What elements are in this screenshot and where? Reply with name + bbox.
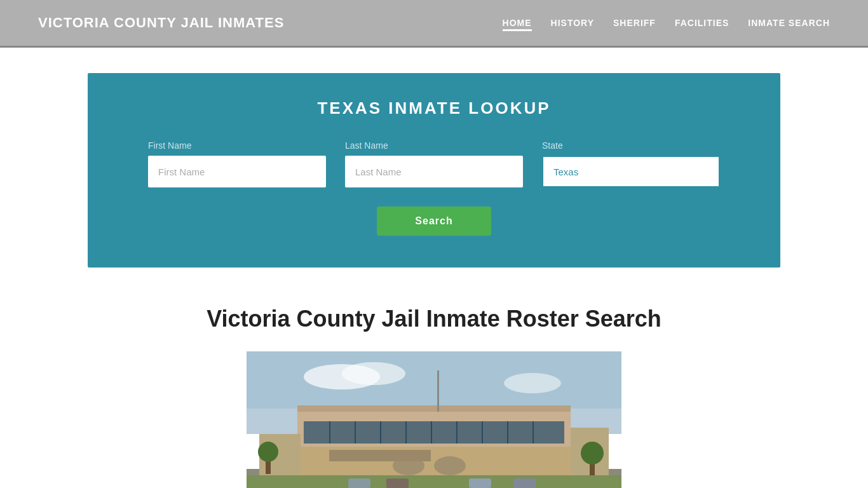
search-button[interactable]: Search [377,207,491,236]
svg-rect-17 [507,421,508,444]
svg-rect-33 [513,478,536,488]
last-name-input[interactable] [345,156,523,187]
site-title: VICTORIA COUNTY JAIL INMATES [38,15,284,31]
svg-rect-12 [380,421,381,444]
inmate-lookup-section: TEXAS INMATE LOOKUP First Name Last Name… [88,73,780,268]
svg-rect-16 [482,421,483,444]
main-nav: HOME HISTORY SHERIFF FACILITIES INMATE S… [503,17,830,29]
first-name-label: First Name [148,140,326,151]
svg-rect-31 [386,478,409,488]
state-group: State [542,140,720,187]
svg-rect-15 [456,421,458,444]
site-header: VICTORIA COUNTY JAIL INMATES HOME HISTOR… [0,0,868,48]
svg-rect-13 [405,421,407,444]
nav-link-inmate-search[interactable]: INMATE SEARCH [748,18,830,28]
nav-item-sheriff[interactable]: SHERIFF [613,17,656,29]
last-name-label: Last Name [345,140,523,151]
svg-rect-9 [304,421,564,444]
nav-item-home[interactable]: HOME [503,17,532,29]
nav-list: HOME HISTORY SHERIFF FACILITIES INMATE S… [503,17,830,29]
nav-link-facilities[interactable]: FACILITIES [675,18,729,28]
nav-item-history[interactable]: HISTORY [551,17,594,29]
last-name-group: Last Name [345,140,523,187]
svg-rect-30 [348,478,370,488]
svg-rect-18 [532,421,534,444]
svg-rect-8 [297,405,571,412]
svg-point-29 [258,442,278,462]
svg-rect-14 [431,421,432,444]
search-button-row: Search [126,207,742,236]
svg-point-27 [581,442,604,464]
lookup-title: TEXAS INMATE LOOKUP [126,98,742,118]
svg-rect-10 [329,421,330,444]
building-svg [247,351,621,488]
nav-item-inmate-search[interactable]: INMATE SEARCH [748,17,830,29]
first-name-group: First Name [148,140,326,187]
state-label: State [542,140,720,151]
building-image [247,351,621,488]
content-section: Victoria County Jail Inmate Roster Searc… [0,293,868,488]
nav-link-sheriff[interactable]: SHERIFF [613,18,656,28]
state-input[interactable] [542,156,720,187]
search-fields-row: First Name Last Name State [126,140,742,187]
svg-rect-21 [434,456,466,475]
nav-link-home[interactable]: HOME [503,18,532,31]
svg-rect-25 [329,450,431,461]
svg-rect-32 [469,478,491,488]
nav-link-history[interactable]: HISTORY [551,18,594,28]
roster-title: Victoria County Jail Inmate Roster Searc… [38,306,830,332]
svg-rect-11 [355,421,356,444]
svg-point-4 [504,373,561,393]
svg-point-3 [342,362,405,385]
nav-item-facilities[interactable]: FACILITIES [675,17,729,29]
svg-rect-24 [437,370,439,412]
first-name-input[interactable] [148,156,326,187]
